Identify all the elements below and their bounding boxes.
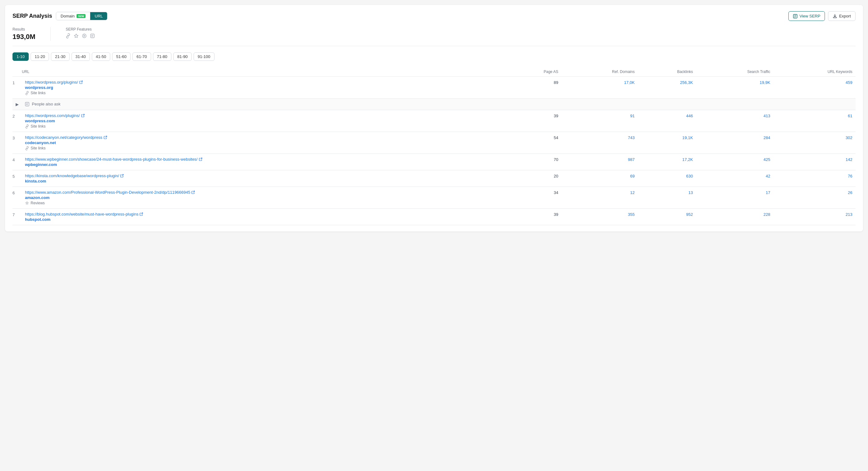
url-keywords-7: 213 [773, 209, 856, 225]
expand-paa-button[interactable]: ▶ [16, 102, 19, 107]
domain-link-7[interactable]: hubspot.com [25, 217, 503, 222]
site-links-icon [25, 146, 29, 150]
domain-link-3[interactable]: codecanyon.net [25, 140, 503, 145]
page-btn-91-100[interactable]: 91-100 [194, 53, 214, 61]
tab-domain[interactable]: Domain new [56, 12, 90, 20]
tab-group: Domain new URL [56, 12, 107, 20]
page-btn-31-40[interactable]: 31-40 [71, 53, 90, 61]
feature-row-paa: ▶ People also ask [12, 99, 856, 110]
url-link-7[interactable]: https://blog.hubspot.com/website/must-ha… [25, 212, 503, 216]
export-button[interactable]: Export [828, 11, 856, 21]
site-links-label: Site links [31, 146, 45, 150]
site-links-3: Site links [25, 146, 503, 150]
url-link-3[interactable]: https://codecanyon.net/category/wordpres… [25, 135, 503, 140]
domain-link-2[interactable]: wordpress.com [25, 119, 503, 123]
page-btn-51-60[interactable]: 51-60 [112, 53, 130, 61]
export-label: Export [839, 14, 851, 19]
page-as-1: 89 [506, 77, 561, 99]
url-link-1[interactable]: https://wordpress.org/plugins/ [25, 80, 503, 85]
ref-domains-6: 12 [561, 187, 638, 209]
table-row: 2 https://wordpress.com/plugins/ wordpre… [12, 110, 856, 132]
view-serp-button[interactable]: View SERP [788, 11, 825, 21]
domain-link-1[interactable]: wordpress.org [25, 85, 503, 90]
row-num: 2 [12, 110, 22, 132]
external-link-icon [140, 212, 143, 216]
page-btn-41-50[interactable]: 41-50 [92, 53, 110, 61]
table-row: 7 https://blog.hubspot.com/website/must-… [12, 209, 856, 225]
reviews-star-icon [25, 201, 29, 205]
serp-link-icon[interactable] [66, 33, 70, 40]
page-btn-81-90[interactable]: 81-90 [173, 53, 192, 61]
svg-point-4 [83, 34, 86, 38]
paa-label: People also ask [32, 102, 61, 106]
view-serp-icon [793, 14, 798, 19]
serp-feature-icons [66, 33, 95, 40]
search-traffic-1: 19,9K [696, 77, 773, 99]
backlinks-7: 952 [638, 209, 696, 225]
row-url-cell: https://wordpress.com/plugins/ wordpress… [22, 110, 506, 132]
serp-paa-icon[interactable] [90, 33, 95, 40]
url-link-6[interactable]: https://www.amazon.com/Professional-Word… [25, 190, 503, 195]
view-serp-label: View SERP [799, 14, 820, 19]
serp-features-block: SERP Features [66, 27, 95, 41]
table-row: 6 https://www.amazon.com/Professional-Wo… [12, 187, 856, 209]
serp-play-icon[interactable] [82, 33, 87, 40]
ref-domains-3: 743 [561, 132, 638, 154]
serp-star-icon[interactable] [74, 33, 79, 40]
site-links-icon [25, 91, 29, 95]
page-as-2: 39 [506, 110, 561, 132]
serp-features-label: SERP Features [66, 27, 95, 32]
url-keywords-2: 61 [773, 110, 856, 132]
site-links-label: Site links [31, 91, 45, 95]
url-keywords-3: 302 [773, 132, 856, 154]
row-num: 6 [12, 187, 22, 209]
paa-icon [25, 102, 29, 106]
col-num [12, 67, 22, 77]
col-url-keywords: URL Keywords [773, 67, 856, 77]
url-link-5[interactable]: https://kinsta.com/knowledgebase/wordpre… [25, 173, 503, 178]
tab-url[interactable]: URL [90, 12, 107, 20]
site-links-1: Site links [25, 91, 503, 95]
external-link-icon [104, 136, 107, 139]
export-icon [833, 14, 837, 19]
pagination: 1-10 11-20 21-30 31-40 41-50 51-60 61-70… [12, 53, 856, 61]
search-traffic-7: 228 [696, 209, 773, 225]
page-as-5: 20 [506, 170, 561, 187]
url-keywords-5: 76 [773, 170, 856, 187]
row-num: 3 [12, 132, 22, 154]
page-btn-71-80[interactable]: 71-80 [153, 53, 172, 61]
table-row: 3 https://codecanyon.net/category/wordpr… [12, 132, 856, 154]
row-num: 1 [12, 77, 22, 99]
search-traffic-2: 413 [696, 110, 773, 132]
results-value: 193,0M [12, 33, 35, 41]
ref-domains-4: 987 [561, 154, 638, 170]
page-btn-21-30[interactable]: 21-30 [51, 53, 69, 61]
domain-link-6[interactable]: amazon.com [25, 195, 503, 200]
ref-domains-5: 69 [561, 170, 638, 187]
page-as-4: 70 [506, 154, 561, 170]
url-link-4[interactable]: https://www.wpbeginner.com/showcase/24-m… [25, 157, 503, 162]
row-url-cell: https://kinsta.com/knowledgebase/wordpre… [22, 170, 506, 187]
domain-new-badge: new [76, 14, 86, 18]
external-link-icon [191, 191, 195, 194]
row-url-cell: https://www.amazon.com/Professional-Word… [22, 187, 506, 209]
row-num: 5 [12, 170, 22, 187]
search-traffic-3: 284 [696, 132, 773, 154]
ref-domains-1: 17,0K [561, 77, 638, 99]
page-btn-1-10[interactable]: 1-10 [12, 53, 29, 61]
domain-link-4[interactable]: wpbeginner.com [25, 162, 503, 167]
page-btn-61-70[interactable]: 61-70 [132, 53, 151, 61]
feature-paa-cell: People also ask [22, 99, 856, 110]
row-url-cell: https://www.wpbeginner.com/showcase/24-m… [22, 154, 506, 170]
domain-link-5[interactable]: kinsta.com [25, 179, 503, 183]
backlinks-5: 630 [638, 170, 696, 187]
page-btn-11-20[interactable]: 11-20 [31, 53, 49, 61]
search-traffic-5: 42 [696, 170, 773, 187]
search-traffic-6: 17 [696, 187, 773, 209]
url-link-2[interactable]: https://wordpress.com/plugins/ [25, 113, 503, 118]
reviews-6: Reviews [25, 201, 503, 205]
col-search-traffic: Search Traffic [696, 67, 773, 77]
row-url-cell: https://blog.hubspot.com/website/must-ha… [22, 209, 506, 225]
ref-domains-7: 355 [561, 209, 638, 225]
page-as-6: 34 [506, 187, 561, 209]
